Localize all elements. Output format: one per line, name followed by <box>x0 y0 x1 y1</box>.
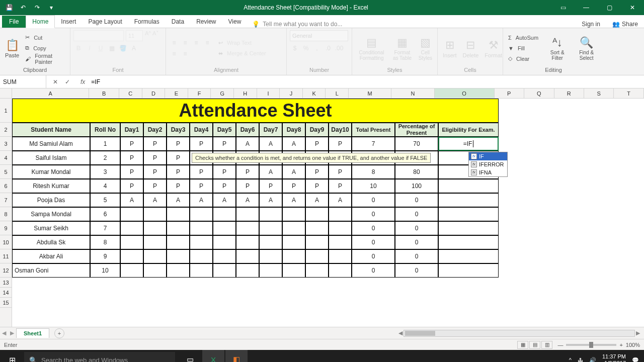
student-name-cell[interactable]: Kumar Mondal <box>12 165 90 179</box>
day-cell[interactable]: P <box>329 165 352 179</box>
day-cell[interactable] <box>329 263 352 278</box>
start-button[interactable]: ⊞ <box>0 350 24 362</box>
table-header[interactable]: Day6 <box>236 123 259 137</box>
tab-pagelayout[interactable]: Page Layout <box>82 16 128 28</box>
day-cell[interactable] <box>213 221 236 235</box>
col-header-B[interactable]: B <box>89 88 119 98</box>
day-cell[interactable] <box>213 249 236 263</box>
day-cell[interactable] <box>305 207 329 221</box>
day-cell[interactable] <box>282 249 305 263</box>
wraptext-button[interactable]: ↩ Wrap Text <box>216 38 270 48</box>
day-cell[interactable]: P <box>305 179 329 193</box>
day-cell[interactable]: A <box>143 193 167 207</box>
col-header-N[interactable]: N <box>391 88 434 98</box>
table-header[interactable]: Day5 <box>213 123 236 137</box>
row-header-5[interactable]: 5 <box>0 165 12 179</box>
day-cell[interactable] <box>236 221 259 235</box>
total-cell[interactable]: 8 <box>352 165 395 179</box>
day-cell[interactable]: A <box>259 165 282 179</box>
elig-cell[interactable] <box>438 207 499 221</box>
student-name-cell[interactable]: Md Samiul Alam <box>12 137 90 151</box>
close-button[interactable]: ✕ <box>621 0 644 15</box>
day-cell[interactable]: P <box>190 165 213 179</box>
name-box[interactable]: SUM <box>0 75 46 88</box>
taskbar-search[interactable]: 🔍Search the web and Windows <box>24 352 175 362</box>
day-cell[interactable] <box>167 249 190 263</box>
signin-link[interactable]: Sign in <box>576 21 606 28</box>
day-cell[interactable]: P <box>190 179 213 193</box>
tellme-input[interactable]: 💡Tell me what you want to do... <box>247 21 576 28</box>
row-header-14[interactable]: 14 <box>0 288 12 298</box>
roll-cell[interactable]: 4 <box>90 179 120 193</box>
day-cell[interactable]: P <box>143 165 167 179</box>
bold-button[interactable]: B <box>73 43 84 53</box>
qat-save[interactable]: 💾 <box>3 2 15 14</box>
select-all-corner[interactable] <box>0 88 12 98</box>
day-cell[interactable]: P <box>143 151 167 165</box>
col-header-I[interactable]: I <box>257 88 280 98</box>
day-cell[interactable] <box>259 207 282 221</box>
day-cell[interactable]: A <box>259 193 282 207</box>
col-header-G[interactable]: G <box>211 88 234 98</box>
col-header-P[interactable]: P <box>495 88 524 98</box>
table-header[interactable]: Day1 <box>120 123 143 137</box>
row-header-2[interactable]: 2 <box>0 123 12 137</box>
findselect-button[interactable]: 🔍Find & Select <box>572 35 601 62</box>
col-header-M[interactable]: M <box>349 88 391 98</box>
day-cell[interactable] <box>329 207 352 221</box>
roll-cell[interactable]: 10 <box>90 263 120 278</box>
day-cell[interactable]: A <box>190 193 213 207</box>
row-header-1[interactable]: 1 <box>0 99 12 123</box>
day-cell[interactable] <box>282 235 305 249</box>
pct-cell[interactable]: 0 <box>395 207 438 221</box>
hscroll-left[interactable]: ◀ <box>398 330 403 336</box>
day-cell[interactable] <box>305 221 329 235</box>
sheet-nav-prev[interactable]: ◀ <box>0 330 8 336</box>
student-name-cell[interactable]: Akbar Ali <box>12 249 90 263</box>
taskview-icon[interactable]: ▭ <box>179 350 201 362</box>
day-cell[interactable]: P <box>143 179 167 193</box>
total-cell[interactable]: 0 <box>352 221 395 235</box>
day-cell[interactable] <box>329 235 352 249</box>
col-header-E[interactable]: E <box>165 88 188 98</box>
col-header-K[interactable]: K <box>303 88 326 98</box>
autosum-button[interactable]: Σ AutoSum <box>506 33 542 43</box>
numberformat-select[interactable]: General <box>290 30 348 41</box>
tab-review[interactable]: Review <box>190 16 222 28</box>
total-cell[interactable]: 0 <box>352 235 395 249</box>
day-cell[interactable] <box>167 207 190 221</box>
day-cell[interactable]: P <box>167 165 190 179</box>
day-cell[interactable] <box>190 207 213 221</box>
day-cell[interactable] <box>329 221 352 235</box>
day-cell[interactable]: A <box>282 137 305 151</box>
day-cell[interactable] <box>213 235 236 249</box>
table-header[interactable]: Total Present <box>352 123 395 137</box>
roll-cell[interactable]: 9 <box>90 249 120 263</box>
col-header-J[interactable]: J <box>280 88 303 98</box>
view-pagebreak[interactable]: ▥ <box>541 341 552 349</box>
roll-cell[interactable]: 2 <box>90 151 120 165</box>
col-header-O[interactable]: O <box>435 88 495 98</box>
day-cell[interactable]: P <box>120 137 143 151</box>
pct-cell[interactable]: 0 <box>395 263 438 278</box>
day-cell[interactable] <box>259 235 282 249</box>
roll-cell[interactable]: 1 <box>90 137 120 151</box>
table-header[interactable]: Eligibility For Exam. <box>438 123 499 137</box>
roll-cell[interactable]: 5 <box>90 193 120 207</box>
table-header[interactable]: Day3 <box>167 123 190 137</box>
sheet-nav-next[interactable]: ▶ <box>8 330 16 336</box>
qat-customize[interactable]: ▾ <box>45 2 57 14</box>
row-header-7[interactable]: 7 <box>0 193 12 207</box>
day-cell[interactable]: P <box>213 137 236 151</box>
font-family-select[interactable] <box>73 30 124 41</box>
day-cell[interactable] <box>167 263 190 278</box>
delete-button[interactable]: ⊟Delete <box>461 37 481 59</box>
table-header[interactable]: Roll No <box>90 123 120 137</box>
day-cell[interactable] <box>190 235 213 249</box>
insert-button[interactable]: ⊞Insert <box>441 37 459 59</box>
italic-button[interactable]: I <box>85 43 95 53</box>
table-header[interactable]: Day4 <box>190 123 213 137</box>
day-cell[interactable]: A <box>236 193 259 207</box>
elig-cell[interactable] <box>438 179 499 193</box>
total-cell[interactable]: 0 <box>352 263 395 278</box>
